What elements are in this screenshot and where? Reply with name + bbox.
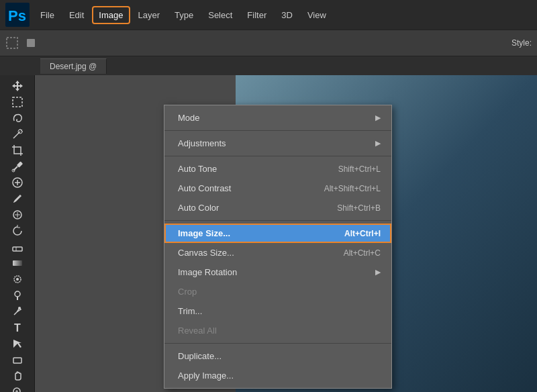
menu-image[interactable]: Image: [92, 6, 130, 24]
lasso-tool[interactable]: [5, 111, 30, 125]
menu-item-reveal-all[interactable]: Reveal All: [164, 321, 391, 340]
crop-tool[interactable]: [5, 144, 30, 157]
gradient-tool[interactable]: [5, 256, 30, 270]
menu-type[interactable]: Type: [168, 6, 200, 24]
divider-3: [164, 220, 391, 221]
menu-layer[interactable]: Layer: [132, 6, 167, 24]
eyedropper-tool[interactable]: [5, 160, 30, 173]
style-label: Style:: [511, 38, 532, 48]
svg-point-27: [18, 307, 21, 309]
svg-line-11: [13, 166, 17, 170]
brush-tool[interactable]: [5, 192, 30, 205]
marquee-tool[interactable]: [5, 95, 30, 109]
menu-item-auto-color[interactable]: Auto Color Shift+Ctrl+B: [164, 198, 391, 217]
svg-text:T: T: [14, 322, 21, 334]
menu-item-trim[interactable]: Trim...: [164, 301, 391, 321]
svg-rect-3: [27, 39, 35, 47]
menu-item-image-rotation[interactable]: Image Rotation ▶: [164, 262, 391, 282]
menu-file[interactable]: File: [34, 6, 61, 24]
svg-rect-22: [13, 260, 22, 266]
divider-1: [164, 130, 391, 131]
menu-item-mode[interactable]: Mode ▶: [164, 108, 391, 128]
image-dropdown-menu: Mode ▶ Adjustments ▶ Auto Tone Shift+Ctr…: [164, 105, 392, 389]
menu-item-canvas-size[interactable]: Canvas Size... Alt+Ctrl+C: [164, 243, 391, 262]
healing-tool[interactable]: [5, 176, 30, 189]
dropdown-overlay: Mode ▶ Adjustments ▶ Auto Tone Shift+Ctr…: [35, 75, 537, 392]
clone-tool[interactable]: [5, 208, 30, 222]
move-tool[interactable]: [5, 79, 30, 93]
menu-item-image-size[interactable]: Image Size... Alt+Ctrl+I: [164, 224, 391, 243]
svg-rect-20: [13, 247, 22, 251]
svg-point-24: [16, 278, 19, 281]
svg-rect-29: [13, 358, 21, 363]
svg-point-25: [15, 291, 20, 297]
path-select-tool[interactable]: [5, 337, 30, 350]
menu-item-auto-contrast[interactable]: Auto Contrast Alt+Shift+Ctrl+L: [164, 179, 391, 198]
menu-edit[interactable]: Edit: [62, 6, 91, 24]
divider-2: [164, 156, 391, 156]
type-tool[interactable]: T: [5, 321, 30, 334]
svg-text:Ps: Ps: [8, 7, 26, 24]
menu-bar: Ps File Edit Image Layer Type Select Fil…: [0, 0, 537, 30]
magic-wand-tool[interactable]: [5, 128, 30, 141]
tool-options-shape: [24, 36, 38, 50]
menu-3d[interactable]: 3D: [275, 6, 299, 24]
blur-tool[interactable]: [5, 273, 30, 286]
menu-view[interactable]: View: [301, 6, 333, 24]
document-tab[interactable]: Desert.jpg @: [40, 58, 107, 74]
options-bar: Style:: [0, 30, 537, 56]
dodge-tool[interactable]: [5, 289, 30, 302]
svg-line-5: [13, 132, 20, 138]
svg-rect-4: [13, 97, 22, 107]
menu-item-auto-tone[interactable]: Auto Tone Shift+Ctrl+L: [164, 159, 391, 179]
pen-tool[interactable]: [5, 305, 30, 318]
main-area: T Mode ▶: [0, 75, 537, 392]
options-icon: [5, 36, 19, 50]
menu-filter[interactable]: Filter: [240, 6, 273, 24]
tab-bar: Desert.jpg @: [0, 56, 537, 75]
svg-rect-2: [7, 38, 17, 48]
zoom-tool[interactable]: [5, 385, 30, 392]
svg-rect-10: [16, 161, 22, 167]
ps-logo: Ps: [5, 3, 30, 27]
menu-item-duplicate[interactable]: Duplicate...: [164, 346, 391, 366]
menu-item-apply-image[interactable]: Apply Image...: [164, 366, 391, 385]
menu-item-adjustments[interactable]: Adjustments ▶: [164, 134, 391, 153]
history-tool[interactable]: [5, 224, 30, 238]
eraser-tool[interactable]: [5, 240, 30, 254]
hand-tool[interactable]: [5, 369, 30, 383]
menu-select[interactable]: Select: [201, 6, 239, 24]
divider-4: [164, 343, 391, 344]
canvas-area: Mode ▶ Adjustments ▶ Auto Tone Shift+Ctr…: [35, 75, 537, 392]
left-toolbar: T: [0, 75, 35, 392]
shape-tool[interactable]: [5, 353, 30, 366]
menu-item-crop[interactable]: Crop: [164, 282, 391, 301]
